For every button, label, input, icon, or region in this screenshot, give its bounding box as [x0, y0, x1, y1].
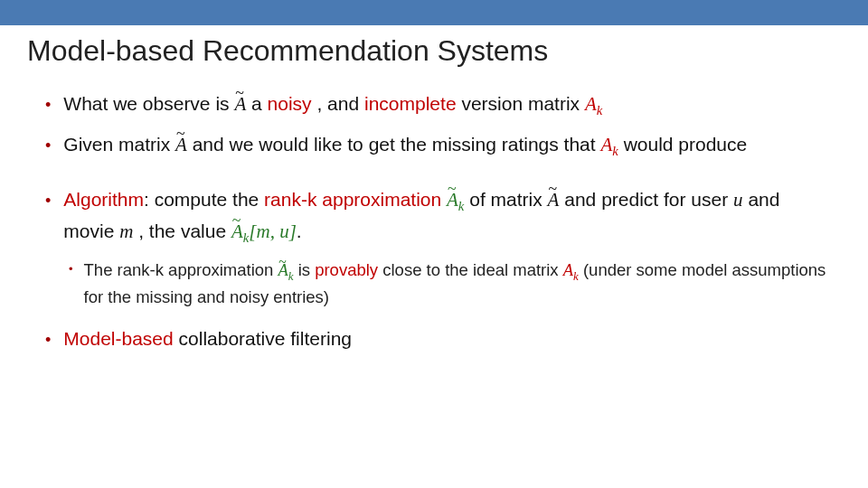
spacer — [45, 171, 832, 185]
text: k — [612, 144, 618, 158]
header-band — [0, 0, 868, 25]
text: A — [585, 93, 597, 115]
symbol-Ak: Ak — [600, 134, 618, 155]
text: Given matrix — [63, 134, 175, 155]
text: and we would like to get the missing rat… — [193, 134, 601, 155]
slide-body: • What we observe is ~A a noisy , and in… — [45, 89, 832, 355]
bullet-4: • Model-based collaborative filtering — [45, 324, 832, 355]
text: What we observe is — [63, 93, 234, 114]
text: . — [297, 221, 302, 241]
text: u — [279, 221, 289, 242]
text: m — [256, 221, 269, 242]
slide: Model-based Recommendation Systems • Wha… — [0, 0, 868, 488]
text: A — [563, 261, 573, 279]
tilde-icon: ~ — [232, 209, 241, 234]
bullet-2-text: Given matrix ~A and we would like to get… — [63, 130, 832, 162]
bullet-dot-icon: • — [45, 130, 51, 162]
sub-bullet-1-text: The rank-k approximation ~Ak is provably… — [84, 258, 832, 310]
slide-title: Model-based Recommendation Systems — [27, 34, 868, 68]
text: The rank-k approximation — [84, 260, 278, 279]
tilde-icon: ~ — [235, 81, 244, 107]
text: is — [298, 260, 316, 279]
text: k — [573, 269, 579, 283]
text: , — [270, 221, 280, 242]
text: and predict for user — [564, 189, 733, 210]
spacer — [45, 310, 832, 324]
text: version matrix — [461, 93, 585, 114]
symbol-A-tilde: ~A — [175, 130, 187, 160]
text: : compute the — [144, 189, 264, 210]
symbol-Ak-tilde: ~Ak — [447, 185, 464, 217]
bullet-dot-icon: • — [69, 258, 73, 310]
text-modelbased: Model-based — [63, 328, 173, 349]
text: , the value — [138, 221, 231, 241]
text-provably: provably — [315, 260, 378, 279]
text: k — [597, 103, 603, 117]
tilde-icon: ~ — [548, 177, 557, 202]
text: ] — [289, 221, 297, 242]
symbol-Ak: Ak — [585, 93, 602, 115]
bullet-3-text: Algorithm: compute the rank-k approximat… — [63, 185, 832, 249]
text: would produce — [624, 134, 748, 155]
text-rankk: rank-k approximation — [264, 189, 441, 210]
text-incomplete: incomplete — [364, 93, 457, 114]
symbol-A-tilde: ~A — [548, 185, 560, 215]
text-algorithm: Algorithm — [63, 189, 144, 210]
symbol-A-tilde: ~A — [234, 89, 246, 119]
symbol-u: u — [733, 189, 743, 211]
sub-bullet-1: • The rank-k approximation ~Ak is provab… — [69, 258, 832, 310]
bullet-3: • Algorithm: compute the rank-k approxim… — [45, 185, 832, 249]
bullet-dot-icon: • — [45, 324, 51, 355]
symbol-Ak-tilde-index: ~Ak[m, u] — [231, 221, 297, 242]
text: collaborative filtering — [174, 328, 352, 349]
text: , and — [316, 93, 364, 114]
bullet-4-text: Model-based collaborative filtering — [63, 324, 832, 355]
tilde-icon: ~ — [176, 122, 185, 147]
text: close to the ideal matrix — [382, 260, 562, 279]
text: of matrix — [469, 189, 547, 210]
text: A — [600, 134, 612, 155]
text: k — [458, 199, 465, 213]
symbol-Ak-tilde: ~Ak — [278, 258, 293, 285]
bullet-2: • Given matrix ~A and we would like to g… — [45, 130, 832, 162]
text: k — [288, 269, 294, 283]
symbol-m: m — [119, 221, 133, 242]
bullet-1-text: What we observe is ~A a noisy , and inco… — [63, 89, 832, 121]
tilde-icon: ~ — [448, 177, 457, 202]
tilde-icon: ~ — [278, 251, 287, 273]
text-noisy: noisy — [268, 93, 312, 114]
bullet-dot-icon: • — [45, 89, 51, 121]
bullet-dot-icon: • — [45, 185, 51, 249]
symbol-Ak: Ak — [563, 261, 579, 279]
bullet-1: • What we observe is ~A a noisy , and in… — [45, 89, 832, 121]
text: a — [251, 93, 268, 114]
